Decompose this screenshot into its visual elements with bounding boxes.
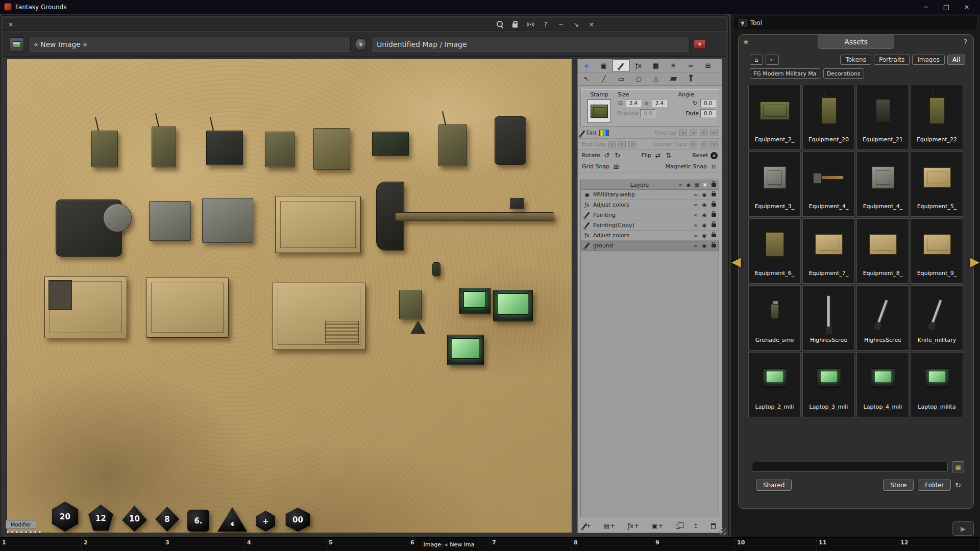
map-stamp-crate[interactable]	[313, 128, 350, 170]
maximize-icon[interactable]: □	[937, 2, 955, 12]
close-icon[interactable]: ×	[958, 2, 976, 12]
home-icon[interactable]: ⌂	[750, 55, 763, 65]
map-stamp-crate-large[interactable]	[146, 278, 229, 338]
hotkey-slot[interactable]: 10	[735, 538, 817, 551]
size-y-input[interactable]	[652, 99, 667, 107]
add-layer-button[interactable]: +	[584, 522, 591, 530]
delete-layer-button[interactable]	[711, 523, 716, 529]
hotkey-slot[interactable]: 8	[572, 538, 653, 551]
image-name-input[interactable]	[28, 37, 351, 52]
map-stamp-crate-large[interactable]	[273, 283, 365, 350]
pattern-tool-icon[interactable]: ▦	[647, 59, 665, 72]
compass-tool-icon[interactable]: ∗	[578, 59, 595, 72]
map-stamp-laptop[interactable]	[447, 335, 484, 365]
lock-icon[interactable]	[712, 244, 716, 247]
link-all-icon[interactable]: ∞	[677, 182, 683, 188]
hotkey-slot[interactable]: 9	[653, 538, 735, 551]
layer-row-selected[interactable]: ground ∞ ◉	[581, 241, 719, 251]
map-stamp-rocket-launcher[interactable]	[395, 212, 554, 221]
tool-dropdown-label[interactable]: Tool	[750, 19, 762, 27]
tab-tokens[interactable]: Tokens	[840, 55, 871, 65]
assets-help-icon[interactable]: ?	[964, 38, 967, 45]
layer-row[interactable]: Painting(Copy) ∞ ◉	[581, 220, 719, 231]
broadcast-icon[interactable]: ((•))	[525, 20, 535, 29]
grid-tool-icon[interactable]: ⊞	[699, 59, 717, 72]
add-group-button[interactable]: ▤+	[604, 522, 615, 530]
map-stamp-crate-large[interactable]	[44, 276, 127, 338]
add-image-button[interactable]: ▣+	[652, 522, 663, 530]
asset-item[interactable]: Equipment_5_	[911, 152, 963, 217]
tab-all[interactable]: All	[947, 55, 965, 65]
lock-icon[interactable]	[712, 234, 716, 237]
asset-item[interactable]: Laptop_2_mili	[748, 352, 801, 417]
link-icon[interactable]: ∞	[693, 233, 699, 238]
plus-die-button[interactable]: +	[255, 511, 276, 532]
map-stamp-gear[interactable]	[495, 116, 526, 165]
minimize-window-icon[interactable]: −	[556, 20, 566, 29]
hotkey-slot[interactable]: 5	[327, 538, 408, 551]
link-icon[interactable]: ∞	[693, 192, 699, 197]
image-icon[interactable]	[10, 37, 24, 52]
d6-die[interactable]: 6.	[187, 510, 209, 532]
hotkey-slot[interactable]: 11	[817, 538, 898, 551]
asset-item[interactable]: Equipment_2_	[748, 85, 801, 150]
resize-grip[interactable]	[719, 528, 726, 535]
layer-row[interactable]: ▣ MMilitary.webp ∞ ◉	[581, 190, 719, 200]
layer-row[interactable]: ƒx Adjust colors ∞ ◉	[581, 200, 719, 210]
image-type-input[interactable]	[371, 37, 690, 52]
d100-die[interactable]: 00	[284, 508, 311, 532]
map-stamp-crate-large[interactable]	[275, 196, 361, 253]
flip-horizontal-icon[interactable]: ⇄	[654, 152, 662, 159]
tab-images[interactable]: Images	[912, 55, 945, 65]
rotate-cw-icon[interactable]: ↻	[614, 152, 622, 159]
breadcrumb-folder[interactable]: Decorations	[823, 68, 864, 79]
popout-icon[interactable]: ↘	[571, 20, 581, 29]
hotkey-slot[interactable]: 2	[82, 538, 163, 551]
hotkey-slot[interactable]: 4	[245, 538, 327, 551]
asset-item[interactable]: HighresScree	[802, 285, 855, 350]
d20-die[interactable]: 20	[51, 502, 80, 532]
visibility-icon[interactable]: ◉	[701, 212, 707, 218]
map-stamp-machine[interactable]	[202, 198, 253, 243]
asset-item[interactable]: Laptop_milita	[911, 352, 963, 417]
visibility-icon[interactable]: ◉	[701, 192, 707, 197]
map-stamp-launcher-scope[interactable]	[510, 198, 524, 209]
asset-item[interactable]: Equipment_20	[802, 85, 855, 150]
polygon-tool-icon[interactable]: △	[647, 72, 665, 85]
asset-item[interactable]: Equipment_9_	[911, 218, 963, 284]
rectangle-tool-icon[interactable]: ▭	[612, 72, 630, 85]
asset-item[interactable]: Laptop_4_mili	[856, 352, 909, 417]
magnetic-snap-icon[interactable]: ∩	[709, 163, 718, 170]
map-stamp-radio[interactable]	[399, 290, 422, 319]
asset-item[interactable]: Equipment_8_	[856, 218, 909, 284]
effects-tool-icon[interactable]: ƒx	[630, 59, 647, 72]
grid-all-icon[interactable]: ▦	[694, 182, 700, 188]
light-all-icon[interactable]: ☀	[702, 182, 708, 188]
lock-icon[interactable]	[712, 193, 716, 196]
d10-die[interactable]: 10	[122, 506, 147, 532]
hotkey-slot[interactable]: 1	[0, 538, 82, 551]
lock-icon[interactable]	[712, 223, 716, 227]
map-stamp-radio-pack[interactable]	[265, 132, 295, 167]
refresh-icon[interactable]: ↻	[955, 481, 961, 489]
map-stamp-console[interactable]	[372, 132, 409, 156]
lighting-tool-icon[interactable]: ☀	[665, 59, 682, 72]
asset-item[interactable]: HighresScree	[856, 285, 909, 350]
pin-tool-icon[interactable]	[682, 72, 699, 85]
link-icon[interactable]: ∞	[693, 243, 699, 248]
breadcrumb-module[interactable]: FG Modern Military Ma	[750, 68, 820, 79]
asset-item[interactable]: Grenade_smo	[748, 285, 801, 350]
ellipse-tool-icon[interactable]: ○	[630, 72, 647, 85]
mask-tool-icon[interactable]: ∞	[682, 59, 699, 72]
close-window-icon[interactable]: ×	[586, 20, 597, 29]
shared-button[interactable]: Shared	[756, 480, 792, 491]
visibility-icon[interactable]: ◉	[701, 202, 707, 208]
paint-tool-icon[interactable]	[612, 59, 630, 72]
map-stamp-machine[interactable]	[149, 201, 191, 241]
tab-portraits[interactable]: Portraits	[874, 55, 910, 65]
asset-item[interactable]: Equipment_21	[856, 85, 909, 150]
link-size-icon[interactable]: ∞	[643, 100, 650, 107]
zoom-icon[interactable]	[495, 20, 505, 29]
visibility-icon[interactable]: ◉	[701, 243, 707, 248]
play-button[interactable]: ▶	[952, 521, 974, 536]
